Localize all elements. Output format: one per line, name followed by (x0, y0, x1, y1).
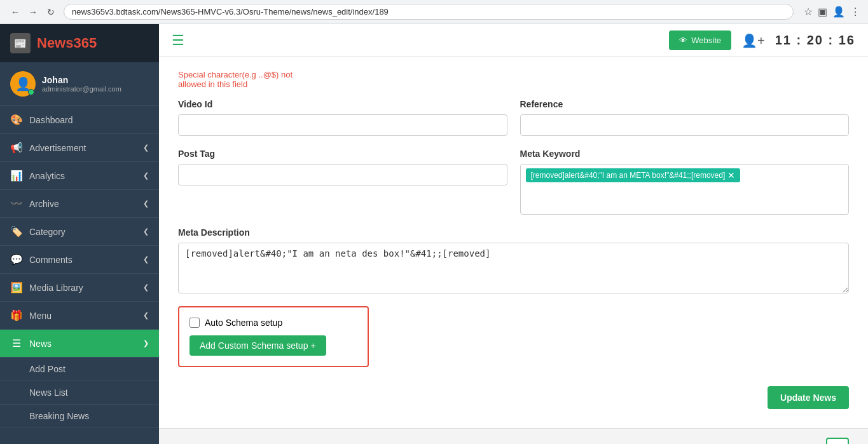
sidebar-item-comments[interactable]: 💬 Comments ❮ (0, 246, 159, 274)
schema-section: Auto Schema setup Add Custom Schema setu… (178, 306, 369, 367)
update-news-button[interactable]: Update News (768, 386, 849, 409)
sidebar-item-archive[interactable]: 〰️ Archive ❮ (0, 190, 159, 218)
chevron-right-icon-archive: ❮ (143, 199, 149, 208)
user-email: administrator@gmail.com (42, 85, 121, 93)
reference-group: Reference (520, 99, 850, 136)
error-message: Special character(e.g ..@$) not allowed … (178, 70, 849, 89)
add-user-icon[interactable]: 👤+ (741, 33, 765, 48)
sidebar: 📰 News365 👤 Johan administrator@gmail.co… (0, 24, 159, 444)
brand-name: News365 (37, 35, 97, 51)
scroll-top-button[interactable]: ⇧ (826, 438, 849, 444)
avatar: 👤 (10, 71, 36, 97)
advertisement-icon: 📢 (10, 142, 23, 154)
top-right: 👁 Website 👤+ 11 : 20 : 16 (669, 30, 855, 50)
reload-button[interactable]: ↻ (43, 4, 59, 20)
sidebar-item-news[interactable]: ☰ News ❯ (0, 330, 159, 358)
video-reference-row: Video Id Reference (178, 99, 849, 136)
chevron-right-icon-analytics: ❮ (143, 172, 149, 180)
sidebar-item-analytics[interactable]: 📊 Analytics ❮ (0, 162, 159, 190)
video-id-group: Video Id (178, 99, 507, 136)
meta-keyword-label: Meta Keyword (520, 149, 850, 159)
analytics-icon: 📊 (10, 170, 23, 182)
archive-icon: 〰️ (10, 198, 23, 210)
news-icon: ☰ (10, 337, 23, 349)
user-name: Johan (42, 75, 121, 85)
media-library-icon: 🖼️ (10, 281, 23, 293)
sidebar-item-category-label: Category (29, 227, 65, 237)
add-post-label: Add Post (29, 364, 65, 374)
auto-schema-label: Auto Schema setup (205, 318, 282, 328)
update-btn-row: Update News (178, 386, 849, 409)
top-bar: ☰ 👁 Website 👤+ 11 : 20 : 16 (159, 24, 868, 57)
profile-icon[interactable]: 👤 (832, 6, 845, 18)
auto-schema-row: Auto Schema setup (189, 318, 357, 328)
sidebar-item-comments-label: Comments (29, 255, 72, 265)
sidebar-item-analytics-label: Analytics (29, 171, 65, 181)
post-tag-input[interactable] (178, 164, 507, 185)
meta-description-group: Meta Description [removed]alert&#40;"I a… (178, 227, 849, 293)
bookmark-icon[interactable]: ☆ (804, 6, 813, 18)
tag-close-icon[interactable]: ✕ (727, 170, 735, 180)
extensions-icon[interactable]: ▣ (818, 6, 827, 18)
website-button[interactable]: 👁 Website (669, 30, 731, 50)
add-custom-schema-button[interactable]: Add Custom Schema setup + (189, 335, 326, 356)
address-bar[interactable]: news365v3.bdtask.com/News365-HMVC-v6.3/O… (64, 4, 794, 20)
browser-icons: ☆ ▣ 👤 ⋮ (804, 6, 860, 18)
error-line1: Special character(e.g ..@$) not (178, 70, 849, 79)
sidebar-brand: 📰 News365 (0, 24, 159, 62)
main-content: ☰ 👁 Website 👤+ 11 : 20 : 16 Special char… (159, 24, 868, 444)
sidebar-subitem-add-post[interactable]: Add Post (0, 358, 159, 381)
meta-description-label: Meta Description (178, 227, 849, 238)
auto-schema-checkbox[interactable] (189, 318, 200, 328)
sidebar-item-archive-label: Archive (29, 199, 59, 209)
sidebar-item-menu[interactable]: 🎁 Menu ❮ (0, 302, 159, 330)
forward-button[interactable]: → (25, 4, 41, 20)
brand-suffix: 365 (73, 35, 97, 51)
chevron-right-icon-comments: ❮ (143, 255, 149, 264)
reference-label: Reference (520, 99, 850, 109)
website-btn-label: Website (691, 36, 721, 45)
reference-input[interactable] (520, 114, 850, 136)
form-area: Special character(e.g ..@$) not allowed … (159, 57, 868, 428)
video-id-input[interactable] (178, 114, 507, 136)
meta-description-textarea[interactable]: [removed]alert&#40;"I am an neta des box… (178, 243, 849, 293)
sidebar-item-dashboard-label: Dashboard (29, 115, 73, 125)
chevron-right-icon-menu: ❮ (143, 311, 149, 320)
back-button[interactable]: ← (8, 4, 23, 20)
meta-keyword-tag-area[interactable]: [removed]alert&#40;"I am an META box!"&#… (520, 164, 850, 215)
brand-icon: 📰 (10, 33, 31, 53)
sidebar-item-news-label: News (29, 339, 52, 349)
sidebar-item-menu-label: Menu (29, 311, 52, 321)
sidebar-subitem-breaking-news[interactable]: Breaking News (0, 405, 159, 428)
footer: ©Copyright 2021 ⇧ (159, 428, 868, 444)
chevron-down-icon-news: ❯ (143, 339, 149, 347)
sidebar-user: 👤 Johan administrator@gmail.com (0, 62, 159, 106)
user-info: Johan administrator@gmail.com (42, 75, 121, 93)
comments-icon: 💬 (10, 253, 23, 266)
post-tag-meta-keyword-row: Post Tag Meta Keyword [removed]alert&#40… (178, 149, 849, 215)
dashboard-icon: 🎨 (10, 114, 23, 126)
video-id-label: Video Id (178, 99, 507, 109)
hamburger-icon[interactable]: ☰ (172, 32, 184, 49)
browser-nav: ← → ↻ (8, 4, 59, 20)
sidebar-subitem-news-list[interactable]: News List (0, 381, 159, 405)
sidebar-item-media-library[interactable]: 🖼️ Media Library ❮ (0, 274, 159, 302)
post-tag-group: Post Tag (178, 149, 507, 215)
menu-icon[interactable]: ⋮ (850, 6, 860, 18)
sidebar-item-dashboard[interactable]: 🎨 Dashboard (0, 106, 159, 134)
chevron-right-icon: ❮ (143, 144, 149, 152)
eye-icon: 👁 (679, 36, 687, 45)
error-line2: allowed in this field (178, 79, 849, 89)
chevron-right-icon-category: ❮ (143, 227, 149, 236)
sidebar-item-media-library-label: Media Library (29, 283, 83, 293)
sidebar-item-category[interactable]: 🏷️ Category ❮ (0, 218, 159, 246)
meta-keyword-tag: [removed]alert&#40;"I am an META box!"&#… (526, 168, 741, 182)
news-list-label: News List (29, 387, 68, 398)
breaking-news-label: Breaking News (29, 411, 89, 421)
sidebar-nav: 🎨 Dashboard 📢 Advertisement ❮ 📊 Analytic… (0, 106, 159, 444)
meta-keyword-group: Meta Keyword [removed]alert&#40;"I am an… (520, 149, 850, 215)
sidebar-item-advertisement-label: Advertisement (29, 143, 86, 153)
sidebar-item-advertisement[interactable]: 📢 Advertisement ❮ (0, 134, 159, 162)
post-tag-label: Post Tag (178, 149, 507, 159)
brand-prefix: News (37, 35, 73, 51)
